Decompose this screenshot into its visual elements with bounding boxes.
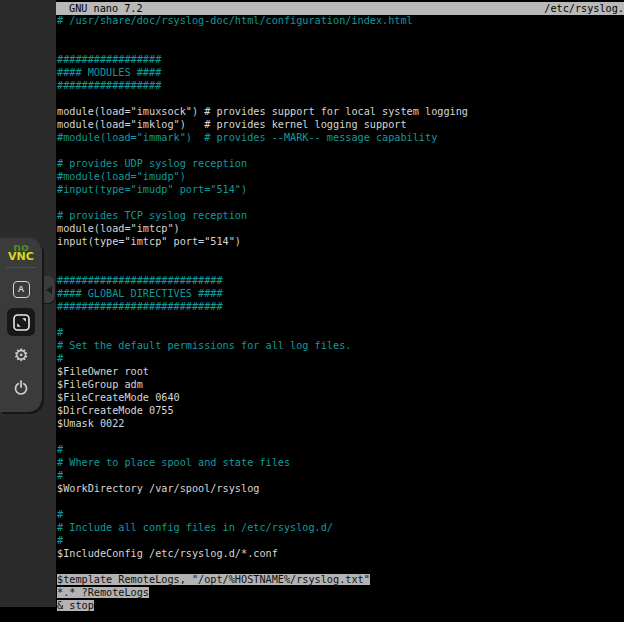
terminal-line: ########################### <box>57 300 624 313</box>
terminal-line <box>57 430 624 443</box>
terminal-line: input(type="imtcp" port="514") <box>57 235 624 248</box>
terminal-line: $template RemoteLogs, "/opt/%HOSTNAME%/r… <box>57 573 624 586</box>
terminal-line <box>57 313 624 326</box>
novnc-logo: no VNC <box>8 243 34 261</box>
terminal-line: # <box>57 443 624 456</box>
fullscreen-icon <box>13 314 30 331</box>
terminal-line: $Umask 0022 <box>57 417 624 430</box>
terminal-line: module(load="imklog") # provides kernel … <box>57 118 624 131</box>
terminal-line <box>57 40 624 53</box>
terminal-line: # <box>57 326 624 339</box>
settings-button[interactable]: ⚙ <box>7 341 35 369</box>
terminal-line <box>57 196 624 209</box>
terminal-content: # /usr/share/doc/rsyslog-doc/html/config… <box>57 14 624 612</box>
terminal-line: # <box>57 469 624 482</box>
terminal-line: module(load="imuxsock") # provides suppo… <box>57 105 624 118</box>
terminal-line: # provides UDP syslog reception <box>57 157 624 170</box>
terminal-line <box>57 560 624 573</box>
panel-divider <box>6 267 36 268</box>
terminal-line: # <box>57 352 624 365</box>
terminal-line: # /usr/share/doc/rsyslog-doc/html/config… <box>57 14 624 27</box>
novnc-control-panel: no VNC A ⚙ <box>0 238 42 412</box>
gear-icon: ⚙ <box>13 347 28 364</box>
terminal-line: $DirCreateMode 0755 <box>57 404 624 417</box>
terminal-line <box>57 27 624 40</box>
terminal-line: #### MODULES #### <box>57 66 624 79</box>
terminal-line: #### GLOBAL DIRECTIVES #### <box>57 287 624 300</box>
chevron-left-icon <box>46 286 52 294</box>
terminal-line: *.* ?RemoteLogs <box>57 586 624 599</box>
terminal-line <box>57 92 624 105</box>
fullscreen-button[interactable] <box>7 308 35 336</box>
terminal-line: module(load="imtcp") <box>57 222 624 235</box>
terminal-line: $FileOwner root <box>57 365 624 378</box>
keyboard-key-icon: A <box>13 281 30 298</box>
terminal-line: #module(load="imudp") <box>57 170 624 183</box>
terminal-line: # <box>57 508 624 521</box>
terminal-line: # provides TCP syslog reception <box>57 209 624 222</box>
power-icon <box>13 380 29 396</box>
terminal-line: # Where to place spool and state files <box>57 456 624 469</box>
terminal-line <box>57 261 624 274</box>
power-button[interactable] <box>7 374 35 402</box>
terminal-line: $IncludeConfig /etc/rsyslog.d/*.conf <box>57 547 624 560</box>
terminal-line: $FileGroup adm <box>57 378 624 391</box>
terminal-line: # Include all config files in /etc/rsysl… <box>57 521 624 534</box>
terminal-line: ################# <box>57 79 624 92</box>
terminal-line <box>57 248 624 261</box>
keyboard-button[interactable]: A <box>7 275 35 303</box>
terminal-line <box>57 495 624 508</box>
terminal-line: ########################### <box>57 274 624 287</box>
terminal-line <box>57 144 624 157</box>
terminal-screen[interactable]: GNU nano 7.2 /etc/rsyslog. # /usr/share/… <box>56 0 624 622</box>
terminal-line: ################# <box>57 53 624 66</box>
terminal-line: # Set the default permissions for all lo… <box>57 339 624 352</box>
terminal-line: #module(load="immark") # provides --MARK… <box>57 131 624 144</box>
panel-collapse-handle[interactable] <box>42 276 55 303</box>
terminal-line: $WorkDirectory /var/spool/rsyslog <box>57 482 624 495</box>
terminal-line: #input(type="imudp" port="514") <box>57 183 624 196</box>
terminal-line: # <box>57 534 624 547</box>
novnc-logo-vnc: VNC <box>8 252 34 261</box>
terminal-line: & stop <box>57 599 624 612</box>
terminal-line: $FileCreateMode 0640 <box>57 391 624 404</box>
